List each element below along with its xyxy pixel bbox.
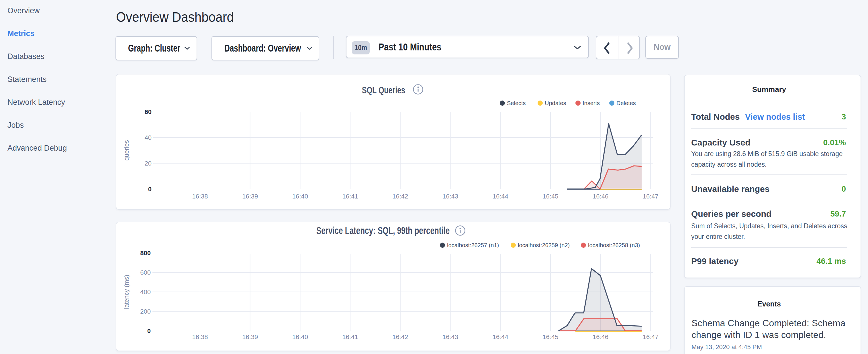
svg-text:60: 60 <box>145 108 152 116</box>
svg-text:16:44: 16:44 <box>493 193 508 200</box>
svg-text:16:44: 16:44 <box>493 333 508 341</box>
svg-text:16:41: 16:41 <box>342 333 358 341</box>
svg-text:200: 200 <box>140 308 151 315</box>
svg-text:16:46: 16:46 <box>593 193 608 200</box>
svg-text:16:46: 16:46 <box>593 333 608 341</box>
svg-text:400: 400 <box>140 288 151 296</box>
svg-text:latency (ms): latency (ms) <box>123 275 130 309</box>
svg-text:16:39: 16:39 <box>242 333 258 341</box>
svg-text:16:47: 16:47 <box>643 333 658 341</box>
svg-text:16:38: 16:38 <box>192 333 208 341</box>
svg-text:16:40: 16:40 <box>292 193 308 200</box>
svg-text:0: 0 <box>148 186 152 193</box>
svg-text:800: 800 <box>140 250 151 257</box>
svg-text:16:38: 16:38 <box>192 193 208 200</box>
svg-text:16:42: 16:42 <box>392 193 408 200</box>
svg-text:16:41: 16:41 <box>342 193 358 200</box>
svg-text:16:42: 16:42 <box>392 333 408 341</box>
svg-text:600: 600 <box>140 269 151 276</box>
svg-text:16:45: 16:45 <box>542 333 558 341</box>
svg-text:16:45: 16:45 <box>542 193 558 200</box>
svg-text:40: 40 <box>145 134 152 141</box>
svg-text:20: 20 <box>145 160 152 167</box>
svg-text:16:39: 16:39 <box>242 193 258 200</box>
svg-text:0: 0 <box>147 327 151 334</box>
svg-text:16:47: 16:47 <box>643 193 658 200</box>
svg-text:16:43: 16:43 <box>442 193 458 200</box>
svg-text:16:43: 16:43 <box>442 333 458 341</box>
svg-text:16:40: 16:40 <box>292 333 308 341</box>
svg-text:queries: queries <box>123 140 130 161</box>
